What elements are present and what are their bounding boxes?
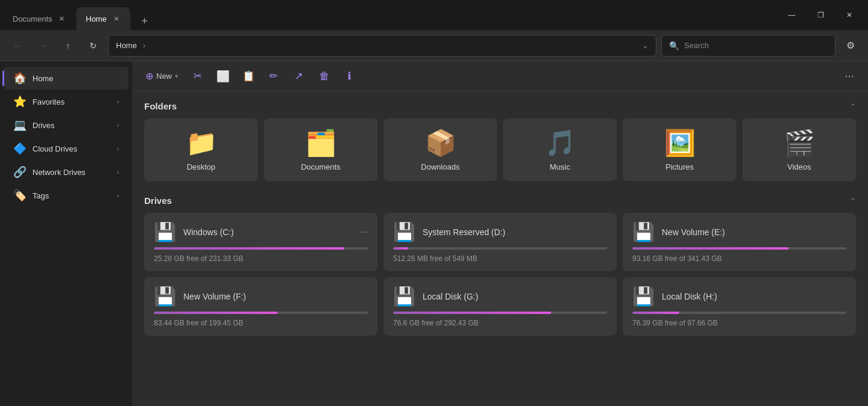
new-label: New [156, 72, 172, 81]
rename-button[interactable]: ✏ [262, 66, 285, 87]
drive-c[interactable]: 💾 Windows (C:) ··· 25.28 GB free of 231.… [144, 213, 377, 271]
tab-home-close[interactable]: ✕ [111, 14, 121, 23]
drive-h-icon: 💾 [632, 286, 655, 307]
more-button[interactable]: ··· [838, 66, 861, 87]
refresh-button[interactable]: ↻ [83, 35, 103, 56]
tab-home[interactable]: Home ✕ [76, 7, 131, 30]
drive-g-icon: 💾 [393, 286, 415, 307]
drive-c-more-button[interactable]: ··· [360, 227, 368, 238]
cut-button[interactable]: ✂ [186, 66, 209, 87]
tabs-area: Documents ✕ Home ✕ + [0, 0, 778, 30]
drive-e-top: 💾 New Volume (E:) [632, 221, 846, 242]
folder-videos[interactable]: 🎬 Videos [742, 118, 856, 181]
drive-c-icon: 💾 [154, 221, 176, 242]
close-button[interactable]: ✕ [836, 5, 863, 25]
drive-h-space: 76.39 GB free of 97.66 GB [632, 319, 846, 327]
back-button[interactable]: ← [7, 35, 28, 56]
window-controls: — ❐ ✕ [778, 5, 868, 25]
tags-chevron-icon: › [117, 192, 119, 199]
folder-music[interactable]: 🎵 Music [503, 118, 617, 181]
sidebar-item-favorites-label: Favorites [32, 97, 111, 106]
pictures-folder-label: Pictures [665, 162, 694, 171]
minimize-button[interactable]: — [778, 5, 805, 25]
videos-folder-icon: 🎬 [784, 128, 815, 158]
drive-f-icon: 💾 [154, 286, 176, 307]
drive-f[interactable]: 💾 New Volume (F:) 83.44 GB free of 199.4… [144, 277, 377, 336]
copy-button[interactable]: ⬜ [212, 66, 234, 87]
folders-title: Folders [144, 101, 177, 111]
sidebar-item-drives[interactable]: 💻 Drives › [4, 114, 129, 137]
drive-e-space: 93.16 GB free of 341.43 GB [632, 254, 846, 263]
drive-e-progress [632, 247, 846, 250]
drive-h[interactable]: 💾 Local Disk (H:) 76.39 GB free of 97.66… [623, 277, 856, 336]
sidebar-item-home-label: Home [32, 74, 119, 83]
tab-home-label: Home [86, 14, 107, 23]
up-button[interactable]: ↑ [58, 35, 78, 56]
more-icon: ··· [845, 70, 854, 82]
drive-f-top: 💾 New Volume (F:) [154, 286, 368, 307]
copy-icon: ⬜ [216, 70, 230, 83]
drive-c-progress [154, 247, 368, 250]
drive-g-top: 💾 Local Disk (G:) [393, 286, 607, 307]
maximize-button[interactable]: ❐ [807, 5, 834, 25]
sidebar-item-tags[interactable]: 🏷️ Tags › [4, 184, 129, 207]
folder-desktop[interactable]: 📁 Desktop [144, 118, 258, 181]
drives-collapse-button[interactable]: ⌃ [850, 197, 856, 205]
drive-g-name: Local Disk (G:) [423, 292, 478, 301]
drive-e-icon: 💾 [632, 221, 655, 242]
drive-h-top: 💾 Local Disk (H:) [632, 286, 846, 307]
new-button[interactable]: ⊕ New ▾ [139, 66, 184, 87]
folder-grid: 📁 Desktop 🗂️ Documents 📦 Downloads 🎵 Mus… [144, 118, 856, 181]
drive-c-name: Windows (C:) [183, 227, 234, 237]
folders-section-header: Folders ⌃ [144, 101, 856, 111]
paste-button[interactable]: 📋 [237, 66, 260, 87]
new-chevron-icon: ▾ [175, 73, 178, 79]
folder-downloads[interactable]: 📦 Downloads [384, 118, 497, 181]
downloads-folder-label: Downloads [421, 162, 459, 171]
drive-d-name: System Reserved (D:) [423, 227, 506, 237]
documents-folder-icon: 🗂️ [305, 128, 337, 158]
drive-d[interactable]: 💾 System Reserved (D:) 512.26 MB free of… [384, 213, 617, 271]
sidebar-item-network-drives[interactable]: 🔗 Network Drives › [4, 161, 129, 183]
delete-icon: 🗑 [319, 70, 329, 82]
drive-d-top: 💾 System Reserved (D:) [393, 221, 607, 242]
tab-documents-close[interactable]: ✕ [57, 14, 67, 23]
drive-f-progress [154, 312, 368, 314]
sidebar-item-drives-label: Drives [32, 121, 111, 130]
home-icon: 🏠 [13, 72, 26, 85]
favorites-icon: ⭐ [13, 95, 26, 108]
drive-f-progress-fill [154, 312, 278, 314]
sidebar-item-network-drives-label: Network Drives [32, 168, 111, 177]
cloud-drives-chevron-icon: › [117, 145, 119, 152]
folder-documents[interactable]: 🗂️ Documents [264, 118, 377, 181]
drive-g[interactable]: 💾 Local Disk (G:) 76.6 GB free of 292.43… [384, 277, 617, 336]
search-box[interactable]: 🔍 Search [661, 35, 836, 57]
sidebar-item-favorites[interactable]: ⭐ Favorites › [4, 90, 129, 113]
drive-d-space: 512.26 MB free of 549 MB [393, 254, 607, 263]
documents-folder-label: Documents [301, 162, 341, 171]
drives-icon: 💻 [13, 118, 26, 132]
settings-button[interactable]: ⚙ [840, 35, 861, 56]
network-drives-chevron-icon: › [117, 168, 119, 176]
address-bar[interactable]: Home › ⌄ [108, 35, 656, 57]
tags-icon: 🏷️ [13, 189, 26, 202]
sidebar-item-tags-label: Tags [32, 191, 111, 200]
folder-pictures[interactable]: 🖼️ Pictures [623, 118, 736, 181]
share-button[interactable]: ↗ [287, 66, 310, 87]
toolbar: ⊕ New ▾ ✂ ⬜ 📋 ✏ ↗ 🗑 ℹ [132, 61, 868, 91]
info-button[interactable]: ℹ [338, 66, 361, 87]
delete-button[interactable]: 🗑 [313, 66, 335, 87]
drive-e[interactable]: 💾 New Volume (E:) 93.16 GB free of 341.4… [623, 213, 856, 271]
address-dropdown-icon: ⌄ [642, 41, 649, 50]
drive-g-progress [393, 312, 607, 314]
drive-g-progress-fill [393, 312, 551, 314]
tab-documents[interactable]: Documents ✕ [3, 7, 76, 30]
add-tab-button[interactable]: + [135, 12, 153, 30]
folders-collapse-button[interactable]: ⌃ [850, 102, 856, 111]
forward-button[interactable]: → [32, 35, 53, 56]
search-placeholder: Search [684, 41, 709, 50]
sidebar-item-cloud-drives[interactable]: 🔷 Cloud Drives › [4, 137, 129, 160]
sidebar-item-home[interactable]: 🏠 Home [4, 67, 129, 90]
drive-f-space: 83.44 GB free of 199.45 GB [154, 319, 368, 327]
drive-g-space: 76.6 GB free of 292.43 GB [393, 319, 607, 327]
